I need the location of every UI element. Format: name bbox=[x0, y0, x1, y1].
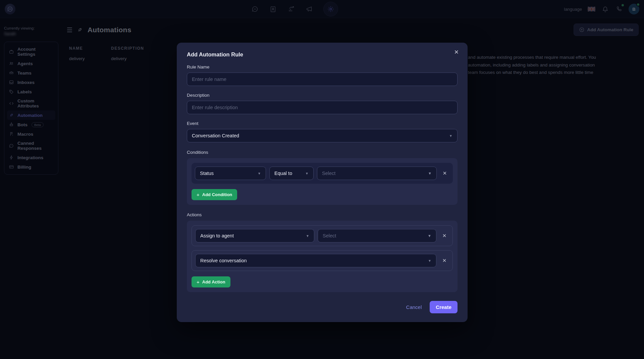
add-automation-rule-modal: ✕ Add Automation Rule Rule Name Descript… bbox=[177, 43, 468, 322]
action-row: Resolve conversation ▼ ✕ bbox=[192, 250, 453, 271]
plus-icon: + bbox=[197, 192, 200, 197]
add-condition-button[interactable]: + Add Condition bbox=[192, 189, 237, 200]
add-condition-label: Add Condition bbox=[202, 192, 232, 197]
chevron-down-icon: ▼ bbox=[449, 134, 452, 138]
close-icon[interactable]: ✕ bbox=[453, 48, 460, 56]
chevron-down-icon: ▼ bbox=[428, 259, 431, 263]
conditions-panel: Status ▼ Equal to ▼ Select ▼ ✕ + Add Con… bbox=[187, 158, 458, 205]
rule-name-input[interactable] bbox=[187, 73, 458, 86]
add-action-label: Add Action bbox=[202, 279, 225, 284]
condition-attribute-select[interactable]: Status ▼ bbox=[195, 167, 266, 180]
chevron-down-icon: ▼ bbox=[306, 234, 309, 238]
action-value-placeholder: Select bbox=[323, 233, 336, 238]
actions-panel: Assign to agent ▼ Select ▼ ✕ Resolve con… bbox=[187, 221, 458, 292]
condition-operator-select[interactable]: Equal to ▼ bbox=[269, 167, 314, 180]
condition-operator-value: Equal to bbox=[274, 171, 292, 176]
remove-action-button[interactable]: ✕ bbox=[440, 258, 449, 264]
action-value-select[interactable]: Select ▼ bbox=[318, 229, 436, 242]
conditions-label: Conditions bbox=[187, 150, 458, 155]
action-type-value: Resolve conversation bbox=[200, 258, 247, 263]
remove-condition-button[interactable]: ✕ bbox=[440, 170, 449, 176]
condition-attribute-value: Status bbox=[200, 171, 214, 176]
action-type-select[interactable]: Resolve conversation ▼ bbox=[195, 254, 436, 267]
chevron-down-icon: ▼ bbox=[428, 234, 431, 238]
modal-title: Add Automation Rule bbox=[187, 51, 458, 58]
condition-value-placeholder: Select bbox=[322, 171, 335, 176]
action-type-select[interactable]: Assign to agent ▼ bbox=[195, 229, 314, 242]
condition-value-select[interactable]: Select ▼ bbox=[317, 167, 437, 180]
action-type-value: Assign to agent bbox=[200, 233, 234, 238]
chevron-down-icon: ▼ bbox=[258, 172, 261, 175]
actions-label: Actions bbox=[187, 212, 458, 217]
create-button[interactable]: Create bbox=[430, 301, 458, 313]
event-label: Event bbox=[187, 121, 458, 126]
description-label: Description bbox=[187, 93, 458, 98]
condition-row: Status ▼ Equal to ▼ Select ▼ ✕ bbox=[192, 163, 453, 184]
chevron-down-icon: ▼ bbox=[305, 172, 309, 175]
cancel-button[interactable]: Cancel bbox=[406, 304, 422, 310]
event-select-value: Conversation Created bbox=[192, 133, 239, 138]
plus-icon: + bbox=[197, 279, 200, 284]
add-action-button[interactable]: + Add Action bbox=[192, 276, 230, 287]
rule-description-input[interactable] bbox=[187, 101, 458, 114]
event-select[interactable]: Conversation Created ▼ bbox=[187, 129, 458, 142]
rule-name-label: Rule Name bbox=[187, 64, 458, 70]
remove-action-button[interactable]: ✕ bbox=[440, 233, 449, 239]
chevron-down-icon: ▼ bbox=[428, 171, 432, 175]
action-row: Assign to agent ▼ Select ▼ ✕ bbox=[192, 225, 453, 246]
